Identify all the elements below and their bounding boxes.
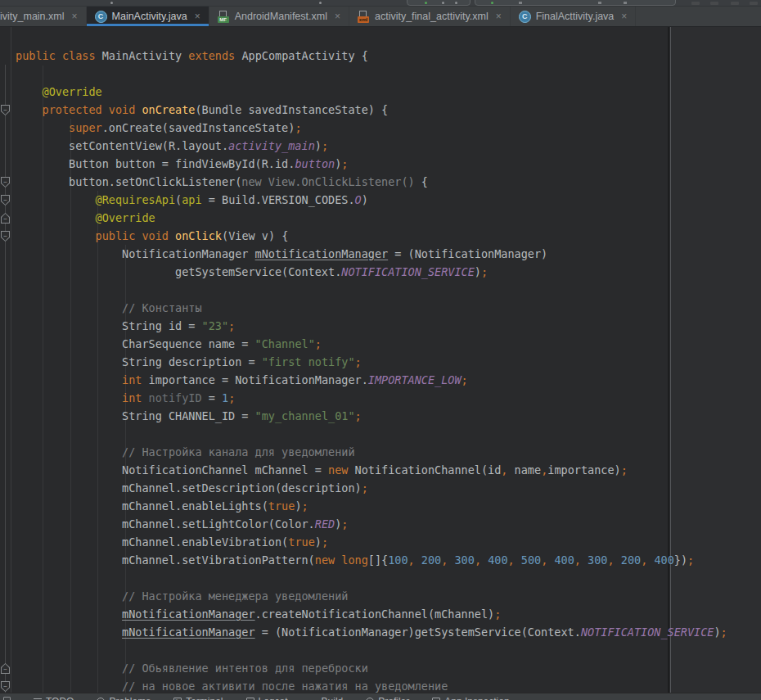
tab-label: ivity_main.xml [0, 11, 65, 22]
code-line[interactable]: protected void onCreate(Bundle savedInst… [0, 101, 761, 119]
code-token: public void [96, 229, 176, 242]
fold-marker-icon[interactable]: − [1, 195, 10, 205]
code-token: button.setOnClickListener( [16, 175, 241, 188]
code-line[interactable]: public class MainActivity extends AppCom… [0, 47, 761, 65]
code-line[interactable]: @Override [0, 209, 761, 227]
code-token: ) [714, 625, 720, 639]
code-token: // Настройка менеджера уведомлений [122, 589, 348, 603]
code-token: RED [315, 517, 335, 531]
code-editor[interactable]: public class MainActivity extends AppCom… [0, 27, 761, 693]
code-line[interactable]: mNotificationManager.createNotificationC… [0, 605, 761, 623]
code-token: mNotificationManager [122, 625, 255, 639]
code-line[interactable]: NotificationManager mNotificationManager… [0, 245, 761, 263]
toolbar-button-edge[interactable] [750, 2, 758, 5]
code-line[interactable]: // Обьявление интентов для переброски [0, 659, 761, 677]
window-stripe-toggle-icon[interactable] [3, 697, 11, 700]
tool-window-button-App Inspection[interactable]: App Inspection [432, 697, 509, 700]
code-line[interactable]: // Константы [0, 299, 761, 317]
code-line[interactable]: int notifyID = 1; [0, 389, 761, 407]
tab-FinalActtivity.java[interactable]: CFinalActtivity.java× [511, 7, 637, 26]
code-token: "Channel" [255, 337, 315, 350]
tool-window-button-Problems[interactable]: Problems [97, 697, 151, 700]
code-line[interactable]: mChannel.setVibrationPattern(new long[]{… [0, 551, 761, 569]
code-line[interactable]: String id = "23"; [0, 317, 761, 335]
code-line[interactable]: getSystemService(Context.NOTIFICATION_SE… [0, 263, 761, 281]
code-line[interactable]: mChannel.enableVibration(true); [0, 533, 761, 551]
code-line[interactable]: int importance = NotificationManager.IMP… [0, 371, 761, 389]
tab-AndroidManifest.xml[interactable]: MFAndroidManifest.xml× [209, 7, 349, 26]
code-token: ) [315, 535, 322, 549]
code-token: mChannel.enableVibration( [16, 535, 288, 549]
code-token: // на новое активити после нажатия на ув… [122, 680, 448, 693]
code-line[interactable] [0, 65, 761, 83]
toolbar-button-edge[interactable] [731, 2, 739, 5]
code-token: , [541, 553, 554, 567]
toolbar-dot [442, 2, 444, 4]
code-token: mNotificationManager [255, 247, 389, 260]
code-token: String id = [16, 319, 202, 332]
code-line[interactable]: setContentView(R.layout.activity_main); [0, 137, 761, 155]
tool-window-button-Logcat[interactable]: Logcat [246, 697, 288, 700]
code-line[interactable]: public void onClick(View v) { [0, 227, 761, 245]
tab-ivity_main.xml[interactable]: ivity_main.xml× [0, 7, 87, 26]
tool-window-button-Terminal[interactable]: Terminal [173, 697, 223, 700]
code-line[interactable] [0, 425, 761, 443]
code-line[interactable]: button.setOnClickListener(new View.OnCli… [0, 173, 761, 191]
toolbar-dot [455, 2, 457, 4]
tab-close-icon[interactable]: × [621, 11, 627, 21]
code-token: mChannel.setDescription(description) [16, 481, 362, 495]
code-token: 400 [654, 553, 673, 567]
tab-MainActivity.java[interactable]: CMainActivity.java× [87, 7, 209, 26]
code-line[interactable]: // Настройка менеджера уведомлений [0, 587, 761, 605]
code-token: ) [475, 265, 481, 278]
code-token: .onCreate(savedInstanceState) [102, 121, 295, 134]
tab-activity_final_acttivity.xml[interactable]: xmlactivity_final_acttivity.xml× [349, 7, 511, 26]
code-line[interactable]: String description = "first notify"; [0, 353, 761, 371]
fold-marker-icon[interactable]: − [1, 177, 10, 187]
code-line[interactable]: mChannel.setLightColor(Color.RED); [0, 515, 761, 533]
code-line[interactable] [0, 569, 761, 587]
code-line[interactable]: @RequiresApi(api = Build.VERSION_CODES.O… [0, 191, 761, 209]
fold-marker-icon[interactable]: − [1, 663, 10, 674]
code-line[interactable]: // на новое активити после нажатия на ув… [0, 677, 761, 693]
run-configuration-widget[interactable] [407, 0, 471, 6]
fold-marker-icon[interactable]: − [1, 681, 10, 692]
code-token: @Override [43, 85, 102, 98]
code-token: @Override [96, 211, 155, 224]
tab-close-icon[interactable]: × [72, 11, 78, 21]
toolbar-button-edge[interactable] [710, 2, 718, 5]
code-line[interactable]: String CHANNEL_ID = "my_channel_01"; [0, 407, 761, 425]
fold-marker-icon[interactable]: − [1, 105, 10, 115]
tool-window-button-TODO[interactable]: TODO [34, 697, 74, 700]
code-line[interactable]: @Override [0, 83, 761, 101]
fold-marker-icon[interactable]: − [1, 231, 10, 242]
code-text-area[interactable]: public class MainActivity extends AppCom… [0, 47, 761, 693]
tool-window-button-Build[interactable]: Build [311, 697, 344, 700]
code-line[interactable] [0, 641, 761, 659]
tab-close-icon[interactable]: × [195, 11, 200, 21]
code-line[interactable] [0, 281, 761, 299]
code-line[interactable]: NotificationChannel mChannel = new Notif… [0, 461, 761, 479]
code-token: ) [315, 139, 322, 152]
code-line[interactable]: mChannel.setDescription(description); [0, 479, 761, 497]
tool-window-button-Profiler[interactable]: Profiler [366, 697, 409, 700]
code-token: , [508, 553, 521, 567]
code-line[interactable]: Button button = findViewById(R.id.button… [0, 155, 761, 173]
code-token: onCreate [142, 103, 195, 116]
code-token: protected void [43, 103, 142, 116]
fold-marker-icon[interactable]: − [1, 213, 10, 224]
tab-close-icon[interactable]: × [496, 11, 502, 21]
device-status-dot [491, 2, 493, 4]
code-token: // Обьявление интентов для переброски [122, 662, 368, 675]
code-line[interactable]: CharSequence name = "Channel"; [0, 335, 761, 353]
device-selector-widget[interactable] [475, 0, 676, 6]
code-line[interactable]: super.onCreate(savedInstanceState); [0, 119, 761, 137]
code-token [16, 625, 122, 639]
code-line[interactable]: mNotificationManager = (NotificationMana… [0, 623, 761, 641]
code-line[interactable]: mChannel.enableLights(true); [0, 497, 761, 515]
code-token: mChannel.setLightColor(Color. [16, 517, 315, 531]
tab-close-icon[interactable]: × [335, 11, 340, 21]
code-line[interactable]: // Настройка канала для уведомлений [0, 443, 761, 461]
run-status-dot [425, 2, 427, 4]
toolbar-button-edge[interactable] [691, 2, 700, 5]
